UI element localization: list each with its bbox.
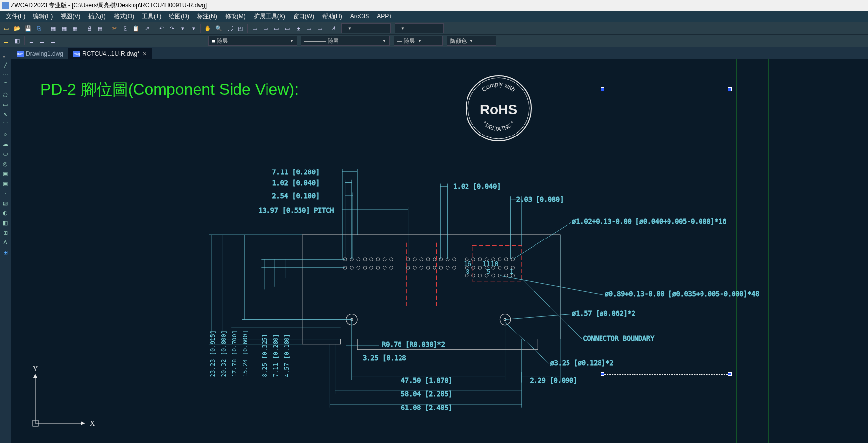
svg-point-61 (492, 274, 495, 277)
linetype-drop[interactable]: ———— 随层▼ (301, 36, 390, 46)
zoom-ext-icon[interactable]: ⛶ (225, 23, 234, 33)
tab-handle-icon[interactable]: ▾ (3, 54, 5, 59)
saveas-icon[interactable]: ⎘ (34, 23, 44, 33)
menu-format[interactable]: 格式(O) (110, 11, 138, 22)
svg-point-12 (363, 258, 367, 261)
tool-icon[interactable]: ▭ (304, 23, 314, 33)
revcloud-icon[interactable]: ☁ (1, 139, 10, 148)
svg-text:4.57 [0.180]: 4.57 [0.180] (283, 334, 290, 377)
selection-handle[interactable] (601, 87, 604, 91)
text-icon[interactable]: A (1, 238, 10, 247)
menu-insert[interactable]: 插入(I) (84, 11, 109, 22)
save-icon[interactable]: 💾 (23, 23, 33, 33)
lineweight-drop[interactable]: — 随层▼ (394, 36, 443, 46)
dim-style-drop[interactable]: ▼ (395, 23, 444, 33)
selection-rectangle[interactable] (602, 89, 730, 375)
match-icon[interactable]: ↗ (142, 23, 152, 33)
svg-point-16 (390, 258, 393, 261)
rect-icon[interactable]: ▭ (1, 100, 10, 109)
tool-icon[interactable]: ☰ (48, 36, 58, 46)
tool-icon[interactable]: ▦ (59, 23, 69, 33)
undo-drop-icon[interactable]: ▾ (178, 23, 188, 33)
text-style-icon[interactable]: A (329, 23, 339, 33)
svg-point-13 (370, 258, 373, 261)
zoom-win-icon[interactable]: ◰ (235, 23, 245, 33)
tab-rctcu4[interactable]: dwg RCTCU4...1U-R.dwg* × (68, 48, 152, 59)
ellipse-icon[interactable]: ⬭ (1, 149, 10, 158)
svg-point-34 (413, 266, 417, 270)
spline-icon[interactable]: ∿ (1, 110, 10, 119)
drawing-canvas[interactable]: PD-2 腳位圖(Component Side View): RoHS Comp… (11, 59, 868, 443)
arc2-icon[interactable]: ⌒ (1, 120, 10, 129)
menu-app[interactable]: APP+ (373, 12, 396, 21)
tool-icon[interactable]: ▭ (250, 23, 260, 33)
point-icon[interactable]: · (1, 189, 10, 198)
circle-icon[interactable]: ○ (1, 130, 10, 138)
region-icon[interactable]: ◧ (1, 218, 10, 227)
menu-view[interactable]: 视图(V) (57, 11, 84, 22)
menu-tools[interactable]: 工具(T) (138, 11, 165, 22)
svg-point-30 (439, 258, 443, 261)
menu-help[interactable]: 帮助(H) (318, 11, 346, 22)
tab-drawing1[interactable]: dwg Drawing1.dwg (12, 48, 68, 59)
tool-icon[interactable]: ⊞ (293, 23, 303, 33)
new-icon[interactable]: ▭ (1, 23, 11, 33)
grid-icon[interactable]: ⊞ (1, 248, 10, 257)
svg-text:13.97 [0.550] PITCH: 13.97 [0.550] PITCH (259, 207, 334, 214)
menu-edit[interactable]: 编辑(E) (29, 11, 57, 22)
selection-handle[interactable] (728, 87, 732, 91)
tool-icon[interactable]: ▭ (261, 23, 270, 33)
svg-text:16: 16 (464, 260, 471, 268)
line-icon[interactable]: ╱ (1, 61, 10, 69)
svg-line-104 (505, 322, 549, 363)
menu-draw[interactable]: 绘图(D) (165, 11, 193, 22)
ucs-icon: X Y (26, 364, 95, 433)
preview-icon[interactable]: ▤ (95, 23, 105, 33)
text-style-drop[interactable]: ▼ (341, 23, 391, 33)
color-drop[interactable]: 随颜色▼ (447, 36, 496, 46)
gradient-icon[interactable]: ◐ (1, 208, 10, 217)
pline-icon[interactable]: 〰 (1, 70, 10, 79)
tool-icon[interactable]: ▭ (315, 23, 325, 33)
undo-icon[interactable]: ↶ (156, 23, 166, 33)
tool-icon[interactable]: ▦ (48, 23, 58, 33)
svg-point-54 (498, 266, 501, 270)
arc-icon[interactable]: ⌒ (1, 80, 10, 89)
donut-icon[interactable]: ◎ (1, 159, 10, 168)
layer-mgr-icon[interactable]: ☰ (1, 36, 11, 46)
hatch-icon[interactable]: ▨ (1, 199, 10, 207)
svg-text:7.11 [0.280]: 7.11 [0.280] (272, 169, 320, 176)
svg-text:1.02 [0.040]: 1.02 [0.040] (272, 179, 320, 187)
table-icon[interactable]: ⊞ (1, 228, 10, 237)
pan-icon[interactable]: ✋ (203, 23, 213, 33)
redo-drop-icon[interactable]: ▾ (189, 23, 199, 33)
menu-arcgis[interactable]: ArcGIS (346, 12, 373, 21)
menu-ext[interactable]: 扩展工具(X) (250, 11, 289, 22)
selection-handle[interactable] (601, 372, 604, 376)
open-icon[interactable]: 📂 (12, 23, 22, 33)
menu-window[interactable]: 窗口(W) (289, 11, 318, 22)
tool-icon[interactable]: ▦ (70, 23, 80, 33)
block-icon[interactable]: ▣ (1, 169, 10, 178)
menu-file[interactable]: 文件(F) (2, 11, 29, 22)
svg-text:20.32 [0.800]: 20.32 [0.800] (220, 330, 227, 377)
tool-icon[interactable]: ☰ (37, 36, 47, 46)
tool-icon[interactable]: ▭ (271, 23, 281, 33)
copy-icon[interactable]: ⎘ (120, 23, 130, 33)
layer-current-drop[interactable]: ■ 随层▼ (208, 36, 297, 46)
layer-icon[interactable]: ◧ (12, 36, 22, 46)
paste-icon[interactable]: 📋 (131, 23, 141, 33)
menu-modify[interactable]: 修改(M) (221, 11, 250, 22)
cut-icon[interactable]: ✂ (109, 23, 119, 33)
block2-icon[interactable]: ▣ (1, 179, 10, 188)
tab-close-icon[interactable]: × (143, 50, 147, 58)
polygon-icon[interactable]: ⬠ (1, 90, 10, 99)
tool-icon[interactable]: ☰ (27, 36, 36, 46)
selection-handle[interactable] (728, 372, 732, 376)
tool-icon[interactable]: ▭ (282, 23, 292, 33)
svg-text:10: 10 (490, 260, 498, 268)
menu-dimension[interactable]: 标注(N) (193, 11, 221, 22)
plot-icon[interactable]: 🖨 (84, 23, 94, 33)
zoom-icon[interactable]: 🔍 (214, 23, 224, 33)
redo-icon[interactable]: ↷ (167, 23, 177, 33)
